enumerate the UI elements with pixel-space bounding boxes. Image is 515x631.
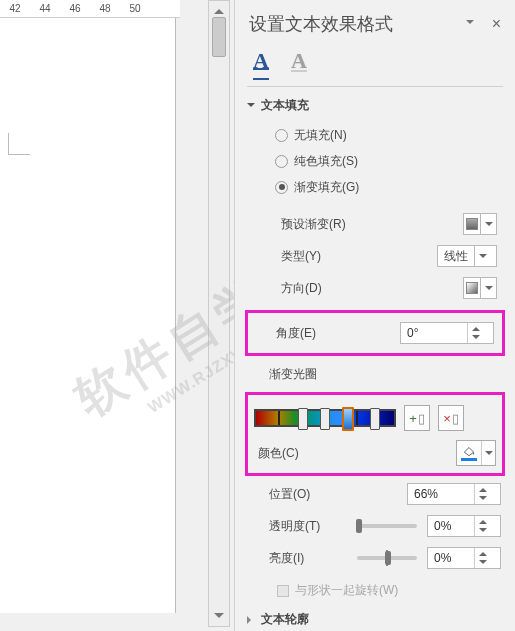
- label-preset-gradient: 预设渐变(R): [281, 216, 463, 233]
- transparency-slider[interactable]: [357, 524, 417, 528]
- label-color: 颜色(C): [258, 445, 456, 462]
- angle-highlight: 角度(E): [245, 310, 505, 356]
- transparency-input[interactable]: [428, 516, 474, 536]
- gradient-stop[interactable]: [320, 408, 330, 430]
- radio-gradient-fill[interactable]: 渐变填充(G): [275, 174, 511, 200]
- close-icon[interactable]: ×: [492, 15, 501, 33]
- spin-down[interactable]: [475, 526, 490, 536]
- add-gradient-stop-button[interactable]: +: [404, 405, 430, 431]
- chevron-down-icon: [247, 103, 255, 111]
- preset-gradient-dropdown[interactable]: [463, 213, 497, 235]
- gradient-stop-selected[interactable]: [342, 407, 354, 431]
- panel-title: 设置文本效果格式: [249, 12, 393, 36]
- brightness-spinner[interactable]: [427, 547, 501, 569]
- ruler-tick: 48: [90, 3, 120, 14]
- position-spinner[interactable]: [407, 483, 501, 505]
- format-text-effects-panel: 设置文本效果格式 × A A 文本填充 无填充(N) 纯色填充(S) 渐变填充(…: [234, 0, 515, 631]
- ruler-tick: 44: [30, 3, 60, 14]
- remove-stop-icon: ×: [443, 411, 459, 426]
- spin-up[interactable]: [475, 548, 490, 558]
- remove-gradient-stop-button[interactable]: ×: [438, 405, 464, 431]
- paint-bucket-icon: [462, 445, 476, 457]
- panel-menu-button[interactable]: [466, 20, 474, 28]
- angle-spinner[interactable]: [400, 322, 494, 344]
- horizontal-ruler: 42 44 46 48 50: [0, 0, 180, 18]
- radio-no-fill[interactable]: 无填充(N): [275, 122, 511, 148]
- ruler-tick: 50: [120, 3, 150, 14]
- label-gradient-stops: 渐变光圈: [269, 366, 501, 383]
- brightness-input[interactable]: [428, 548, 474, 568]
- gradient-stops-bar[interactable]: [254, 409, 396, 427]
- checkbox-label: 与形状一起旋转(W): [295, 582, 398, 599]
- direction-swatch-icon: [466, 282, 478, 294]
- type-dropdown[interactable]: 线性: [437, 245, 497, 267]
- label-position: 位置(O): [269, 486, 407, 503]
- transparency-spinner[interactable]: [427, 515, 501, 537]
- angle-input[interactable]: [401, 323, 467, 343]
- tab-text-effects[interactable]: A: [291, 48, 307, 80]
- vertical-scrollbar[interactable]: [208, 0, 230, 627]
- document-area: 42 44 46 48 50: [0, 0, 234, 631]
- label-transparency: 透明度(T): [269, 518, 357, 535]
- label-brightness: 亮度(I): [269, 550, 357, 567]
- checkbox-icon: [277, 585, 289, 597]
- preset-swatch-icon: [466, 218, 478, 230]
- label-type: 类型(Y): [281, 248, 437, 265]
- label-angle: 角度(E): [276, 325, 400, 342]
- ruler-tick: 42: [0, 3, 30, 14]
- spin-down[interactable]: [468, 333, 483, 343]
- slider-thumb[interactable]: [356, 519, 362, 533]
- spin-down[interactable]: [475, 494, 490, 504]
- color-picker-button[interactable]: [456, 440, 496, 466]
- rotate-with-shape-checkbox[interactable]: 与形状一起旋转(W): [235, 574, 515, 605]
- section-label: 文本轮廓: [261, 611, 309, 628]
- chevron-right-icon: [247, 616, 255, 624]
- brightness-slider[interactable]: [357, 556, 417, 560]
- spin-down[interactable]: [475, 558, 490, 568]
- add-stop-icon: +: [409, 411, 425, 426]
- spin-up[interactable]: [475, 484, 490, 494]
- section-text-fill[interactable]: 文本填充: [247, 97, 511, 114]
- type-value: 线性: [438, 248, 474, 265]
- scrollbar-thumb[interactable]: [212, 17, 226, 57]
- section-label: 文本填充: [261, 97, 309, 114]
- radio-label: 无填充(N): [294, 127, 347, 144]
- position-input[interactable]: [408, 484, 474, 504]
- radio-label: 渐变填充(G): [294, 179, 359, 196]
- radio-label: 纯色填充(S): [294, 153, 358, 170]
- section-text-outline[interactable]: 文本轮廓: [247, 611, 511, 628]
- radio-solid-fill[interactable]: 纯色填充(S): [275, 148, 511, 174]
- spin-up[interactable]: [475, 516, 490, 526]
- gradient-stop[interactable]: [298, 408, 308, 430]
- paragraph-corner-mark: [8, 133, 30, 155]
- direction-dropdown[interactable]: [463, 277, 497, 299]
- slider-thumb[interactable]: [385, 551, 391, 565]
- gradient-stop[interactable]: [370, 408, 380, 430]
- label-direction: 方向(D): [281, 280, 463, 297]
- spin-up[interactable]: [468, 323, 483, 333]
- stops-color-highlight: + × 颜色(C): [245, 392, 505, 476]
- ruler-tick: 46: [60, 3, 90, 14]
- document-page[interactable]: [0, 18, 176, 613]
- tab-text-fill-outline[interactable]: A: [253, 48, 269, 80]
